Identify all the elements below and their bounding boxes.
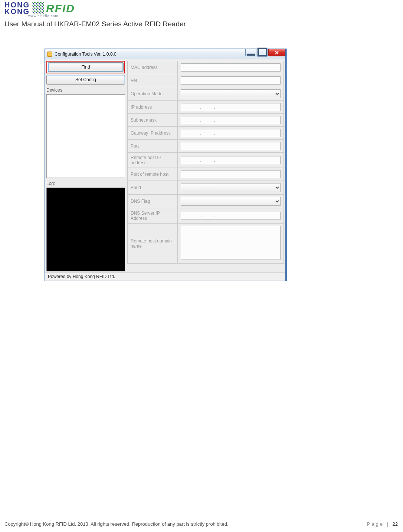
logo-dots-icon [32,2,44,14]
maximize-button[interactable] [257,49,268,56]
header-divider [4,32,399,32]
mac-label: MAC address [128,61,178,74]
remotedomain-label: Remote host domain name [128,224,178,264]
log-output[interactable] [46,188,125,271]
logo-subtext: www.hk-rfid.com [28,14,399,18]
port-field[interactable] [181,142,281,150]
remoteip-field[interactable] [181,156,281,164]
gateway-field[interactable] [181,129,281,137]
port-label: Port [128,140,178,153]
svg-rect-1 [258,48,266,56]
ver-field[interactable] [181,76,281,85]
remoteip-label: Remote host IP address [128,153,178,168]
app-icon [47,52,52,57]
mac-field[interactable] [181,63,281,72]
gateway-label: Gateway IP address [128,127,178,140]
statusbar: Powered by Hong Kong RFID Ltd. [45,272,285,281]
page-header: HONG KONG RFID www.hk-rfid.com User Manu… [0,0,403,28]
maximize-icon [257,47,268,58]
baud-select[interactable] [181,183,281,192]
left-panel: Find Set Config Devices: Log: [46,61,125,271]
minimize-button[interactable] [245,49,256,56]
devices-list[interactable] [46,94,125,178]
minimize-icon [246,47,256,58]
dnsserver-field[interactable] [181,212,281,220]
window-frame-right [286,49,287,281]
subnet-field[interactable] [181,116,281,124]
page-number: 22 [393,521,398,527]
log-label: Log: [46,181,125,186]
ver-label: Ver [128,74,178,87]
ip-label: IP address [128,101,178,114]
titlebar[interactable]: Configuration Tools Ver. 1.0.0.0 [45,49,285,59]
logo: HONG KONG RFID [4,1,399,15]
opmode-select[interactable] [181,89,281,98]
window-controls [245,49,285,56]
close-icon [275,51,279,54]
page-sep: | [384,521,393,527]
dnsflag-select[interactable] [181,197,281,206]
remoteport-field[interactable] [181,170,281,178]
page-footer: Copyright© Hong Kong RFID Ltd. 2013, All… [4,521,398,527]
set-config-button[interactable]: Set Config [46,75,125,85]
ip-field[interactable] [181,103,281,111]
config-window: Configuration Tools Ver. 1.0.0.0 [45,49,286,281]
find-highlight: Find [46,61,125,73]
remotedomain-field[interactable] [181,226,281,260]
copyright: Copyright© Hong Kong RFID Ltd. 2013, All… [4,521,229,527]
page-word: Page [367,521,384,527]
logo-rfid: RFID [46,3,75,13]
subnet-label: Subnet mask [128,114,178,127]
logo-hk-line2: KONG [4,8,30,15]
window-title: Configuration Tools Ver. 1.0.0.0 [55,52,117,57]
page-indicator: Page | 22 [367,521,398,527]
close-button[interactable] [268,49,285,56]
logo-hk: HONG KONG [4,1,30,15]
remoteport-label: Port of remote host [128,168,178,181]
find-button[interactable]: Find [48,62,124,72]
devices-label: Devices: [46,87,125,93]
baud-label: Baud [128,181,178,195]
right-panel: MAC address Ver Operation Mode IP a [127,61,284,271]
dnsflag-label: DNS Flag [128,195,178,208]
dnsserver-label: DNS Server IP Address [128,208,178,224]
opmode-label: Operation Mode [128,87,178,101]
document-title: User Manual of HKRAR-EM02 Series Active … [4,20,399,28]
